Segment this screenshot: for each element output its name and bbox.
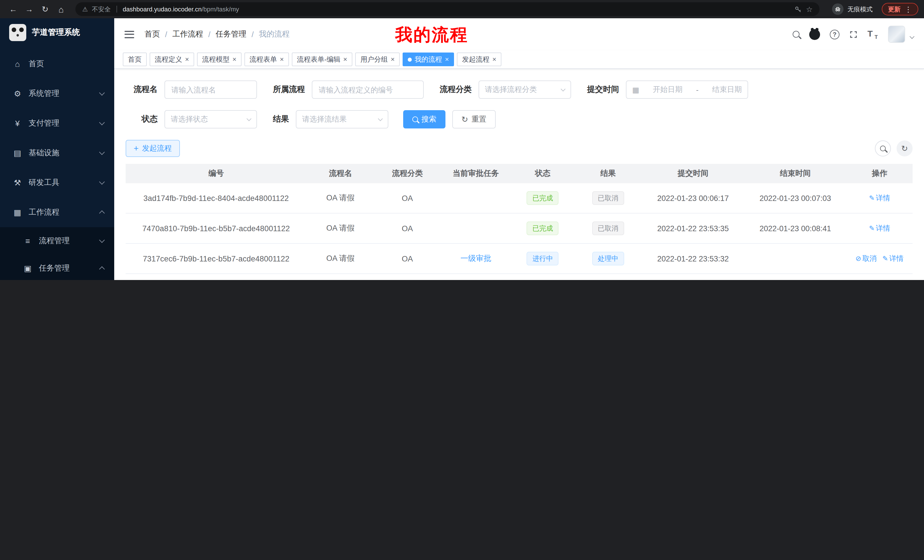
tab-item[interactable]: 首页 bbox=[123, 52, 147, 66]
security-label[interactable]: 不安全 bbox=[92, 5, 111, 13]
refresh-icon: ↻ bbox=[461, 115, 468, 123]
bookmark-star-icon[interactable]: ☆ bbox=[806, 5, 813, 13]
task-link[interactable]: 一级审批 bbox=[460, 254, 491, 263]
reset-button[interactable]: ↻ 重置 bbox=[452, 110, 495, 129]
tab-item[interactable]: 用户分组× bbox=[355, 52, 400, 66]
tab-item[interactable]: 流程定义× bbox=[150, 52, 194, 66]
chevron-down-icon bbox=[561, 87, 566, 91]
category-select[interactable]: 请选择流程分类 bbox=[478, 81, 571, 99]
sidebar-item[interactable]: ▣任务管理 bbox=[0, 255, 114, 280]
select-placeholder: 请选择状态 bbox=[171, 114, 208, 124]
close-icon[interactable]: × bbox=[492, 56, 496, 63]
select-placeholder: 请选择流结果 bbox=[302, 114, 346, 124]
home-icon: ⌂ bbox=[13, 59, 22, 69]
tab-label: 发起流程 bbox=[462, 54, 489, 64]
tab-label: 流程模型 bbox=[202, 54, 230, 64]
close-icon[interactable]: × bbox=[232, 56, 236, 63]
tab-item[interactable]: 流程表单× bbox=[244, 52, 289, 66]
hamburger-icon[interactable] bbox=[124, 30, 134, 38]
result-select[interactable]: 请选择流结果 bbox=[296, 110, 388, 129]
help-icon[interactable] bbox=[830, 29, 840, 39]
filter-label-time: 提交时间 bbox=[587, 84, 619, 95]
incognito-icon bbox=[832, 3, 843, 15]
search-icon bbox=[412, 117, 418, 122]
tab-active[interactable]: 我的流程× bbox=[403, 52, 454, 66]
sidebar-item[interactable]: ▤基础设施 bbox=[0, 138, 114, 168]
status-cell: 已完成 bbox=[511, 213, 574, 244]
toggle-search-button[interactable] bbox=[875, 141, 891, 156]
close-icon[interactable]: × bbox=[280, 56, 284, 63]
cancel-link[interactable]: ⊘取消 bbox=[855, 254, 877, 262]
browser-reload-icon[interactable]: ↻ bbox=[38, 4, 52, 14]
start-date-placeholder: 开始日期 bbox=[653, 84, 682, 95]
process-category-cell: OA bbox=[374, 183, 441, 213]
tab-item[interactable]: 发起流程× bbox=[457, 52, 501, 66]
close-icon[interactable]: × bbox=[445, 56, 449, 63]
sidebar-item-label: 流程管理 bbox=[39, 236, 100, 246]
sidebar-item-label: 首页 bbox=[28, 59, 104, 69]
detail-link[interactable]: ✎详情 bbox=[869, 194, 890, 202]
detail-link[interactable]: ✎详情 bbox=[869, 224, 890, 232]
browser-back-icon[interactable]: ← bbox=[6, 4, 21, 14]
result-cell: 处理中 bbox=[574, 244, 642, 274]
breadcrumb-item[interactable]: 首页 bbox=[144, 29, 160, 39]
status-tag: 已取消 bbox=[592, 191, 624, 205]
column-header: 结束时间 bbox=[744, 164, 846, 183]
operation-cell: ✎详情 bbox=[846, 183, 913, 213]
sidebar-item-label: 系统管理 bbox=[28, 88, 100, 99]
submit-time-cell: 2022-01-22 23:51:15 bbox=[642, 274, 744, 280]
breadcrumb-separator: / bbox=[252, 30, 254, 39]
github-icon[interactable] bbox=[809, 29, 820, 40]
sidebar-item[interactable]: ⌂首页 bbox=[0, 49, 114, 79]
chevron-down-icon bbox=[378, 116, 383, 121]
avatar[interactable] bbox=[888, 26, 905, 43]
submit-time-range-picker[interactable]: ▦ 开始日期 - 结束日期 bbox=[626, 81, 748, 99]
font-size-icon[interactable] bbox=[867, 29, 878, 39]
create-process-button[interactable]: + 发起流程 bbox=[126, 140, 180, 157]
search-icon[interactable] bbox=[793, 31, 800, 38]
process-name-cell: OA 请假 bbox=[307, 183, 374, 213]
breadcrumb-separator: / bbox=[165, 30, 167, 39]
workflow-icon: ▦ bbox=[13, 208, 22, 217]
operation-cell: ✎详情 bbox=[846, 213, 913, 244]
sidebar-item[interactable]: ≡流程管理 bbox=[0, 227, 114, 255]
result-cell: 已取消 bbox=[574, 213, 642, 244]
screen: ← → ↻ ⌂ ⚠ 不安全 dashboard.yudao.iocoder.cn… bbox=[0, 0, 924, 280]
table-row: 3ad174fb-7b9d-11ec-8404-acde48001122OA 请… bbox=[126, 183, 913, 213]
sidebar-item[interactable]: ⚙系统管理 bbox=[0, 79, 114, 108]
chevron-down-icon bbox=[99, 120, 105, 125]
breadcrumb-item[interactable]: 任务管理 bbox=[216, 29, 246, 39]
address-bar[interactable]: ⚠ 不安全 dashboard.yudao.iocoder.cn/bpm/tas… bbox=[75, 2, 819, 16]
process-id-cell: 7317cec6-7b9b-11ec-b5b7-acde48001122 bbox=[126, 244, 307, 274]
sidebar-item[interactable]: ⚒研发工具 bbox=[0, 168, 114, 198]
search-button[interactable]: 搜索 bbox=[403, 110, 446, 129]
edit-icon: ✎ bbox=[882, 254, 888, 262]
refresh-table-button[interactable]: ↻ bbox=[897, 141, 913, 156]
tab-item[interactable]: 流程模型× bbox=[197, 52, 242, 66]
table-header-row: 编号流程名流程分类当前审批任务状态结果提交时间结束时间操作 bbox=[126, 164, 913, 183]
process-name-input[interactable] bbox=[165, 81, 257, 99]
update-button[interactable]: 更新 ⋮ bbox=[882, 3, 918, 15]
close-icon[interactable]: × bbox=[391, 56, 394, 63]
sidebar-item[interactable]: ▦工作流程 bbox=[0, 198, 114, 227]
password-key-icon[interactable] bbox=[795, 5, 802, 13]
breadcrumb-item[interactable]: 工作流程 bbox=[172, 29, 203, 39]
task-icon: ▣ bbox=[23, 264, 33, 273]
browser-menu-icon[interactable]: ⋮ bbox=[904, 5, 912, 13]
browser-home-icon[interactable]: ⌂ bbox=[54, 4, 69, 14]
close-icon[interactable]: × bbox=[343, 56, 347, 63]
browser-forward-icon[interactable]: → bbox=[22, 4, 36, 14]
close-icon[interactable]: × bbox=[185, 56, 189, 63]
chevron-down-icon[interactable] bbox=[910, 34, 915, 39]
create-process-label: 发起流程 bbox=[142, 143, 172, 154]
range-separator: - bbox=[696, 85, 699, 94]
sidebar-item[interactable]: ¥支付管理 bbox=[0, 108, 114, 138]
detail-link[interactable]: ✎详情 bbox=[882, 254, 903, 262]
breadcrumb-separator: / bbox=[208, 30, 211, 39]
fullscreen-icon[interactable] bbox=[849, 30, 858, 39]
status-select[interactable]: 请选择状态 bbox=[165, 110, 257, 129]
tab-item[interactable]: 流程表单-编辑× bbox=[292, 52, 352, 66]
logo[interactable]: 芋道管理系统 bbox=[0, 18, 114, 47]
process-definition-input[interactable] bbox=[312, 81, 424, 99]
gear-icon: ⚙ bbox=[13, 89, 22, 98]
